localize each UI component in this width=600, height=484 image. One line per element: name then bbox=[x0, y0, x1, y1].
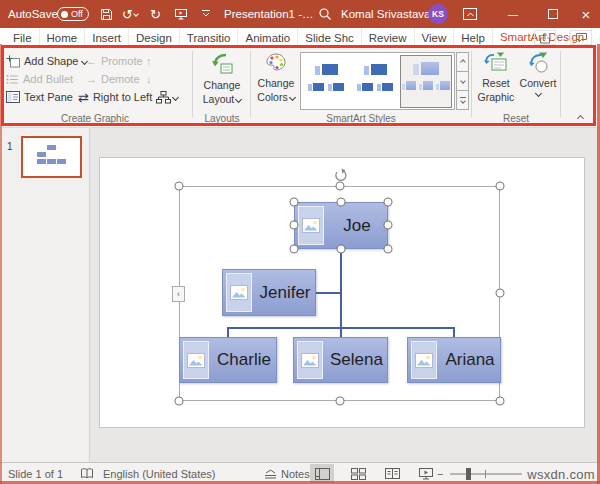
tab-design[interactable]: Design bbox=[129, 28, 180, 47]
zoom-slider-thumb[interactable] bbox=[466, 468, 471, 480]
shape-handle[interactable] bbox=[290, 198, 299, 207]
watermark: wsxdn.com bbox=[527, 467, 595, 482]
tab-slide-show[interactable]: Slide Shc bbox=[298, 28, 362, 47]
picture-placeholder[interactable] bbox=[411, 341, 437, 379]
node-name: Charlie bbox=[212, 350, 276, 370]
text-pane-button[interactable]: Text Pane bbox=[6, 89, 73, 105]
search-button[interactable] bbox=[318, 0, 332, 28]
selection-handle[interactable] bbox=[336, 397, 345, 406]
tab-file[interactable]: File bbox=[6, 28, 40, 47]
shape-handle[interactable] bbox=[384, 245, 393, 254]
tab-help[interactable]: Help bbox=[454, 28, 493, 47]
add-bullet-icon bbox=[6, 74, 19, 85]
zoom-slider-track[interactable] bbox=[450, 473, 522, 475]
shape-handle[interactable] bbox=[384, 198, 393, 207]
ribbon: Add Shape ←Promote ↑ Add Bullet →Demote … bbox=[0, 47, 600, 128]
demote-button[interactable]: →Demote bbox=[86, 71, 140, 87]
user-name[interactable]: Komal Srivastava bbox=[341, 0, 430, 28]
shape-handle[interactable] bbox=[290, 245, 299, 254]
selection-handle[interactable] bbox=[175, 397, 184, 406]
group-create-graphic: Add Shape ←Promote ↑ Add Bullet →Demote … bbox=[0, 47, 190, 127]
chevron-down-icon bbox=[172, 93, 179, 100]
move-down-button[interactable]: ↓ bbox=[146, 71, 152, 87]
node-name: Jenifer bbox=[255, 283, 315, 303]
group-label-layouts: Layouts bbox=[194, 113, 250, 124]
thumbnail-chart-box bbox=[37, 152, 46, 157]
tab-animations[interactable]: Animatio bbox=[238, 28, 298, 47]
user-avatar[interactable]: KS bbox=[428, 0, 448, 28]
add-bullet-button[interactable]: Add Bullet bbox=[6, 71, 73, 87]
group-separator bbox=[192, 51, 193, 117]
selection-handle[interactable] bbox=[175, 182, 184, 191]
connector-stub-selena bbox=[340, 327, 342, 337]
gallery-scroll-down-button[interactable] bbox=[456, 72, 469, 91]
chevron-down-icon bbox=[133, 11, 139, 17]
tab-transitions[interactable]: Transitio bbox=[180, 28, 239, 47]
share-button[interactable] bbox=[534, 30, 556, 45]
reset-graphic-button[interactable]: Reset Graphic bbox=[475, 51, 517, 103]
rotation-handle[interactable] bbox=[332, 167, 348, 187]
picture-placeholder[interactable] bbox=[183, 341, 209, 379]
selection-handle[interactable] bbox=[496, 289, 505, 298]
tab-home[interactable]: Home bbox=[40, 28, 86, 47]
maximize-icon bbox=[548, 9, 558, 19]
right-to-left-button[interactable]: ⇄Right to Left bbox=[78, 89, 152, 105]
convert-button[interactable]: Convert bbox=[517, 51, 559, 96]
ribbon-display-options-icon bbox=[463, 8, 477, 20]
search-icon bbox=[318, 7, 332, 21]
move-up-button[interactable]: ↑ bbox=[146, 53, 152, 69]
shape-handle[interactable] bbox=[384, 221, 393, 230]
ribbon-display-options-button[interactable] bbox=[463, 0, 477, 28]
start-slideshow-button[interactable] bbox=[174, 0, 188, 28]
org-node-joe[interactable]: Joe bbox=[294, 202, 388, 249]
move-up-icon: ↑ bbox=[146, 55, 152, 67]
shape-handle[interactable] bbox=[337, 245, 346, 254]
undo-button[interactable]: ↺ bbox=[122, 0, 138, 28]
selection-handle[interactable] bbox=[496, 397, 505, 406]
style-thumbnail-2[interactable] bbox=[353, 59, 397, 104]
style-thumbnail-1[interactable] bbox=[304, 59, 348, 104]
comments-button[interactable] bbox=[570, 30, 592, 45]
avatar: KS bbox=[428, 4, 448, 24]
close-button[interactable]: × bbox=[574, 0, 598, 28]
org-node-charlie[interactable]: Charlie bbox=[179, 337, 277, 383]
change-layout-button[interactable]: Change Layout bbox=[197, 51, 247, 105]
node-name: Joe bbox=[327, 216, 387, 236]
organization-chart-layout-button[interactable] bbox=[156, 89, 178, 105]
org-node-ariana[interactable]: Ariana bbox=[407, 337, 501, 383]
org-node-jenifer[interactable]: Jenifer bbox=[222, 269, 316, 316]
selection-handle[interactable] bbox=[496, 182, 505, 191]
gallery-scroll-up-button[interactable] bbox=[456, 52, 469, 72]
shape-handle[interactable] bbox=[290, 221, 299, 230]
slide-thumbnail-selected[interactable] bbox=[21, 136, 82, 178]
reading-view-icon bbox=[385, 468, 400, 479]
autosave-toggle[interactable]: Off bbox=[57, 0, 89, 28]
tab-insert[interactable]: Insert bbox=[85, 28, 129, 47]
collapse-ribbon-button[interactable] bbox=[578, 111, 583, 123]
autosave-label: AutoSave bbox=[8, 0, 58, 28]
save-button[interactable] bbox=[100, 0, 113, 28]
picture-placeholder[interactable] bbox=[297, 341, 323, 379]
minimize-button[interactable]: — bbox=[500, 0, 526, 28]
promote-button[interactable]: ←Promote bbox=[86, 53, 143, 69]
tab-view[interactable]: View bbox=[415, 28, 455, 47]
chevron-up-icon bbox=[460, 59, 466, 65]
add-shape-button[interactable]: Add Shape bbox=[6, 53, 87, 69]
powerpoint-window: AutoSave Off ↺ ↻ Presentation1 -… Komal … bbox=[0, 0, 600, 484]
quick-access-more-button[interactable] bbox=[202, 0, 210, 28]
tab-review[interactable]: Review bbox=[362, 28, 415, 47]
picture-placeholder[interactable] bbox=[298, 206, 324, 245]
text-pane-toggle-button[interactable]: ‹ bbox=[172, 286, 185, 302]
redo-button[interactable]: ↻ bbox=[150, 0, 161, 28]
org-node-selena[interactable]: Selena bbox=[293, 337, 388, 383]
shape-handle[interactable] bbox=[337, 198, 346, 207]
maximize-button[interactable] bbox=[540, 0, 566, 28]
share-icon bbox=[539, 32, 551, 44]
zoom-slider-tick bbox=[485, 470, 486, 478]
present-icon bbox=[174, 8, 188, 21]
style-thumbnail-3-selected[interactable] bbox=[400, 55, 452, 108]
chevron-down-icon bbox=[534, 90, 541, 97]
change-colors-button[interactable]: Change Colors bbox=[253, 51, 299, 103]
picture-placeholder[interactable] bbox=[226, 273, 252, 312]
gallery-more-button[interactable] bbox=[456, 91, 469, 110]
